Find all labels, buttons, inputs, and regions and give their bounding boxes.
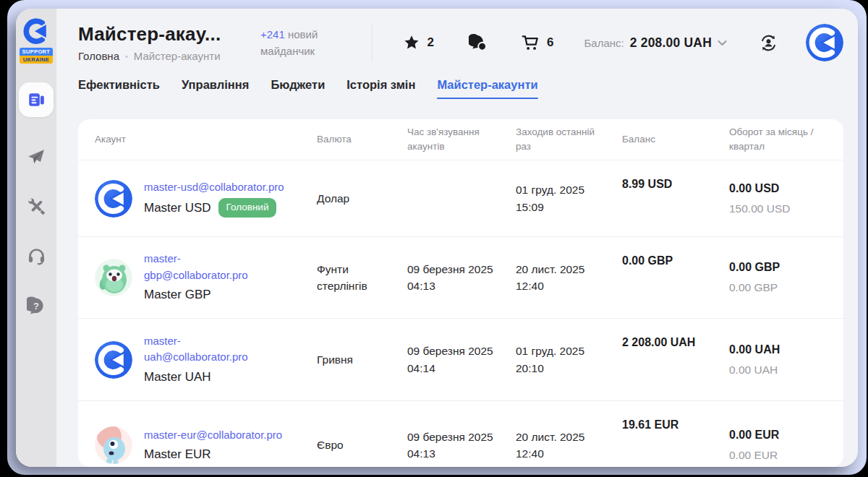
account-name: Master EUR [144,445,211,464]
account-text: master-eur@collaborator.pro Master EUR [144,427,282,464]
account-avatar-collaborator-logo [95,180,132,218]
breadcrumb: Головна • Майстер-акаунти [78,50,260,62]
switch-account-button[interactable] [759,33,778,53]
account-text: master-usd@collaborator.pro Master USD Г… [144,179,284,218]
sidebar-item-help[interactable]: ? [27,296,46,315]
account-avatar-blue-monster [95,426,132,464]
tab-master-accounts[interactable]: Майстер-акаунти [437,78,537,99]
linked-time-cell: 09 березня 202504:13 [407,429,516,463]
col-linked-time: Час зв'язування акаунтів [407,125,516,153]
feed-icon [27,90,46,109]
title-block: Майстер-акау... Головна • Майстер-акаунт… [78,23,260,62]
linked-time-cell: 09 березня 202504:13 [407,261,516,295]
account-email-link[interactable]: master-gbp@collaborator.pro [144,251,248,283]
account-email-link[interactable]: master-uah@collaborator.pro [144,333,248,366]
cart-icon [521,33,540,52]
new-platforms-link[interactable]: +241 новий майданчик [260,26,356,60]
balance-label: Баланс: [584,37,624,49]
tab-history[interactable]: Історія змін [346,78,415,99]
switch-account-icon [759,33,778,53]
currency-cell: Гривня [317,351,407,368]
sidebar-item-tools[interactable] [27,197,46,216]
chat-icon [469,33,488,52]
balance-value: 2 208.00 UAH [630,35,712,51]
support-ukraine-badge: SUPPORT UKRAINE [20,48,53,64]
col-account: Акаунт [95,132,317,147]
page-header: Майстер-акау... Головна • Майстер-акаунт… [78,9,843,62]
account-email-link[interactable]: master-usd@collaborator.pro [144,179,284,196]
table-row[interactable]: master-usd@collaborator.pro Master USD Г… [78,160,843,237]
last-visit-cell: 20 лист. 202512:40 [516,261,622,295]
sidebar-item-support[interactable] [27,246,46,266]
last-visit-cell: 01 груд. 202515:09 [516,181,622,215]
balance-cell: 8.99 USD [622,160,729,193]
account-avatar-green-monster [95,259,132,296]
main-account-badge: Головний [218,198,277,218]
balance-dropdown[interactable]: Баланс: 2 208.00 UAH [584,35,727,51]
account-text: master-gbp@collaborator.pro Master GBP [144,251,248,304]
header-divider [372,24,373,61]
page-title: Майстер-акау... [78,23,260,46]
account-email-link[interactable]: master-eur@collaborator.pro [144,427,282,444]
ukraine-label: UKRAINE [20,56,53,64]
messages-button[interactable] [469,33,488,52]
currency-cell: Долар [317,190,407,207]
tab-efficiency[interactable]: Ефективність [78,78,160,99]
breadcrumb-home-link[interactable]: Головна [78,50,119,62]
account-text: master-uah@collaborator.pro Master UAH [144,333,248,387]
sidebar-item-send[interactable] [27,147,46,166]
account-name: Master UAH [144,368,211,387]
tab-budgets[interactable]: Бюджети [271,78,325,99]
account-cell: master-uah@collaborator.pro Master UAH [95,333,317,387]
main-area: Майстер-акау... Головна • Майстер-акаунт… [56,9,858,467]
account-cell: master-eur@collaborator.pro Master EUR [95,426,317,464]
favorites-button[interactable]: 2 [403,34,434,51]
headset-icon [27,246,46,266]
app-logo[interactable]: SUPPORT UKRAINE [20,18,53,64]
favorites-count: 2 [427,35,434,50]
turnover-cell: 0.00 USD 150.00 USD [729,180,827,217]
sidebar-item-feed-active[interactable] [19,82,54,117]
send-icon [27,147,46,166]
last-visit-cell: 20 лист. 202512:40 [516,429,622,463]
star-icon [403,34,420,51]
tab-management[interactable]: Управління [182,78,249,99]
turnover-cell: 0.00 EUR 0.00 EUR [729,426,827,463]
collaborator-logo-icon [20,18,52,46]
account-avatar-collaborator-logo [95,341,132,379]
col-currency: Валюта [317,132,407,147]
linked-time-cell: 09 березня 202504:14 [407,343,516,377]
account-cell: master-usd@collaborator.pro Master USD Г… [95,179,317,218]
balance-cell: 0.00 GBP [622,237,729,270]
turnover-cell: 0.00 UAH 0.00 UAH [729,341,827,378]
avatar-collaborator-logo [806,24,843,61]
col-last-visit: Заходив останній раз [516,125,622,153]
table-row[interactable]: master-gbp@collaborator.pro Master GBP Ф… [78,237,843,319]
tools-icon [27,197,46,216]
currency-cell: Фунти стерлінгів [317,261,407,295]
balance-cell: 19.61 EUR [622,401,729,434]
app-window: SUPPORT UKRAINE [16,9,858,467]
svg-text:?: ? [33,301,39,311]
accounts-table-card: Акаунт Валюта Час зв'язування акаунтів З… [78,119,843,467]
account-name: Master GBP [144,285,211,304]
cart-button[interactable]: 6 [521,33,553,52]
col-turnover: Оборот за місяць / квартал [729,125,827,153]
chevron-down-icon [718,40,727,46]
table-row[interactable]: master-eur@collaborator.pro Master EUR Є… [78,401,843,467]
turnover-cell: 0.00 GBP 0.00 GBP [729,259,827,296]
support-label: SUPPORT [20,48,53,56]
new-platforms-count: +241 [260,28,285,40]
last-visit-cell: 01 груд. 202520:10 [516,343,622,377]
cart-count: 6 [547,35,553,50]
tab-bar: Ефективність Управління Бюджети Історія … [78,78,843,99]
breadcrumb-current: Майстер-акаунти [134,50,221,62]
currency-cell: Євро [317,437,407,453]
breadcrumb-separator: • [125,52,128,61]
user-avatar[interactable] [806,24,843,61]
col-balance: Баланс [622,132,729,147]
table-row[interactable]: master-uah@collaborator.pro Master UAH Г… [78,319,843,401]
help-bubble-icon: ? [27,296,46,315]
balance-cell: 2 208.00 UAH [622,319,729,351]
sidebar: SUPPORT UKRAINE [16,9,56,467]
